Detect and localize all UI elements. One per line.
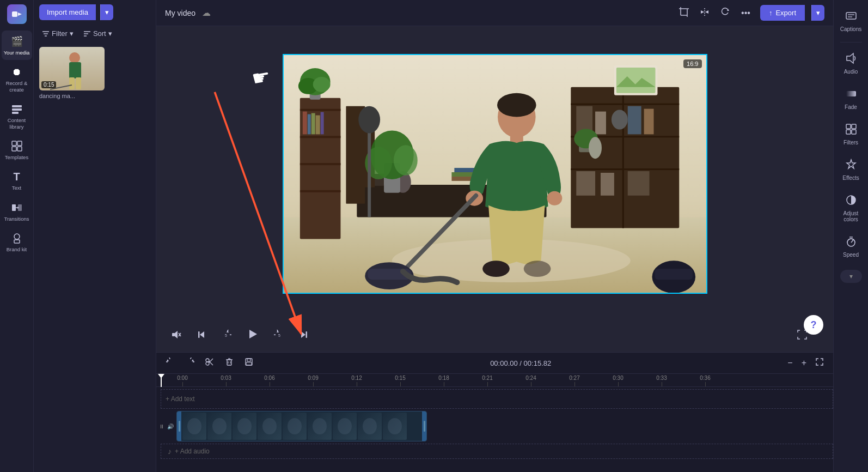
right-panel-item-audio[interactable]: Audio bbox=[835, 47, 867, 80]
import-media-dropdown[interactable]: ▾ bbox=[100, 4, 113, 20]
sidebar-item-text[interactable]: T Text bbox=[2, 166, 32, 195]
help-button[interactable]: ? bbox=[804, 315, 823, 335]
play-button[interactable] bbox=[242, 326, 263, 346]
list-item[interactable]: 0:15 dancing ma... bbox=[39, 47, 150, 99]
svg-marker-103 bbox=[227, 330, 229, 332]
frame-thumbnail bbox=[308, 413, 332, 440]
svg-marker-34 bbox=[701, 10, 704, 14]
svg-marker-128 bbox=[847, 53, 853, 63]
ruler-mark: 0:12 bbox=[335, 375, 378, 386]
svg-point-85 bbox=[358, 106, 380, 134]
sidebar-item-transitions[interactable]: Transitions bbox=[2, 197, 32, 226]
frame-thumbnail bbox=[358, 413, 382, 440]
svg-text:5: 5 bbox=[278, 334, 280, 337]
sidebar-item-label: Record &create bbox=[6, 80, 28, 93]
filter-button[interactable]: Filter ▾ bbox=[39, 28, 76, 39]
svg-rect-98 bbox=[172, 333, 175, 336]
svg-marker-106 bbox=[277, 330, 279, 332]
right-panel-item-speed[interactable]: Speed bbox=[835, 230, 867, 263]
skip-forward-button[interactable] bbox=[295, 328, 313, 344]
svg-rect-121 bbox=[246, 359, 252, 365]
save-button[interactable] bbox=[241, 356, 256, 370]
scissors-icon bbox=[205, 358, 214, 366]
import-media-button[interactable]: Import media bbox=[39, 4, 96, 20]
media-thumbnail[interactable]: 0:15 bbox=[39, 47, 105, 90]
crop-button[interactable] bbox=[676, 5, 692, 21]
right-panel-item-filters[interactable]: Filters bbox=[835, 118, 867, 151]
right-panel-item-captions[interactable]: Captions bbox=[835, 4, 867, 38]
sidebar-item-templates[interactable]: Templates bbox=[2, 135, 32, 165]
sidebar-item-brand-kit[interactable]: Brand kit bbox=[2, 227, 32, 257]
svg-rect-84 bbox=[368, 120, 371, 217]
svg-rect-131 bbox=[852, 124, 856, 129]
timeline-time-separator: / bbox=[519, 359, 523, 367]
content-library-icon bbox=[10, 102, 23, 116]
right-panel-item-adjust-colors[interactable]: Adjustcolors bbox=[835, 189, 867, 228]
media-panel-header: Import media ▾ bbox=[34, 0, 156, 25]
svg-rect-9 bbox=[12, 204, 16, 211]
right-panel-item-fade[interactable]: Fade bbox=[835, 82, 867, 116]
forward-button[interactable]: 5 bbox=[270, 328, 288, 344]
timeline-area: 00:00.00 / 00:15.82 − + bbox=[156, 352, 833, 472]
sidebar-item-content-library[interactable]: Contentlibrary bbox=[2, 98, 32, 134]
export-button[interactable]: ↑ Export bbox=[760, 5, 805, 21]
zoom-out-button[interactable]: − bbox=[785, 357, 795, 369]
video-content bbox=[284, 55, 706, 293]
svg-rect-71 bbox=[616, 68, 655, 93]
speed-label: Speed bbox=[843, 252, 859, 258]
text-track-content[interactable]: + Add text bbox=[161, 389, 833, 409]
cut-button[interactable] bbox=[202, 356, 217, 370]
ruler-mark: 0:27 bbox=[553, 375, 596, 386]
timeline-playhead[interactable] bbox=[161, 374, 162, 387]
filters-icon bbox=[845, 123, 857, 138]
svg-rect-60 bbox=[595, 112, 606, 135]
track-controls: ⏸ 🔊 bbox=[156, 423, 176, 430]
timeline-toolbar: 00:00.00 / 00:15.82 − + bbox=[156, 353, 833, 374]
text-icon: T bbox=[10, 170, 23, 183]
sort-button[interactable]: Sort ▾ bbox=[81, 28, 115, 39]
svg-rect-44 bbox=[299, 190, 340, 192]
right-panel-item-effects[interactable]: Effects bbox=[835, 153, 867, 186]
timeline-time-display: 00:00.00 / 00:15.82 bbox=[490, 359, 551, 367]
svg-rect-109 bbox=[306, 331, 308, 338]
sidebar-item-your-media[interactable]: 🎬 Your media bbox=[2, 31, 32, 60]
track-right-handle[interactable] bbox=[422, 412, 426, 441]
track-left-handle[interactable] bbox=[177, 412, 181, 441]
track-pause-button[interactable]: ⏸ bbox=[158, 423, 165, 430]
undo-button[interactable] bbox=[163, 356, 178, 370]
audio-track-content[interactable]: ♪ + Add audio bbox=[161, 444, 833, 459]
zoom-in-button[interactable]: + bbox=[799, 357, 809, 369]
export-dropdown-button[interactable]: ▾ bbox=[811, 5, 824, 21]
more-options-button[interactable]: ••• bbox=[738, 6, 754, 20]
timeline-ruler[interactable]: 0:00 0:03 0:06 0:09 0:12 0:15 0:18 0:21 … bbox=[156, 374, 833, 387]
fade-icon bbox=[845, 88, 857, 102]
fade-label: Fade bbox=[845, 104, 857, 110]
svg-rect-46 bbox=[307, 114, 310, 135]
sidebar-item-record-create[interactable]: ⏺ Record &create bbox=[2, 61, 32, 97]
video-frame-outer: 16:9 bbox=[283, 54, 707, 294]
zoom-fit-button[interactable] bbox=[812, 356, 827, 370]
delete-button[interactable] bbox=[222, 356, 237, 370]
video-track[interactable] bbox=[176, 411, 427, 441]
text-track-label bbox=[156, 389, 161, 409]
svg-rect-24 bbox=[69, 62, 81, 78]
rewind-button[interactable]: 5 bbox=[217, 328, 236, 344]
svg-marker-110 bbox=[167, 359, 169, 361]
right-panel-chevron-button[interactable]: ▾ bbox=[840, 270, 862, 283]
mute-button[interactable] bbox=[167, 328, 186, 344]
redo-button[interactable] bbox=[182, 356, 198, 370]
audio-icon bbox=[845, 52, 857, 67]
svg-point-61 bbox=[611, 110, 627, 130]
crop-icon bbox=[679, 7, 689, 17]
timeline-total-time: 00:15.82 bbox=[524, 359, 552, 367]
media-panel: Import media ▾ Filter ▾ Sort ▾ bbox=[34, 0, 156, 472]
svg-point-87 bbox=[497, 93, 536, 117]
flip-button[interactable] bbox=[696, 5, 713, 21]
ruler-marks: 0:00 0:03 0:06 0:09 0:12 0:15 0:18 0:21 … bbox=[156, 374, 727, 386]
rotate-button[interactable] bbox=[717, 5, 733, 21]
svg-marker-134 bbox=[847, 160, 855, 168]
skip-back-button[interactable] bbox=[192, 328, 211, 344]
svg-rect-132 bbox=[846, 130, 851, 134]
ruler-mark: 0:03 bbox=[204, 375, 248, 386]
track-mute-button[interactable]: 🔊 bbox=[167, 423, 174, 430]
